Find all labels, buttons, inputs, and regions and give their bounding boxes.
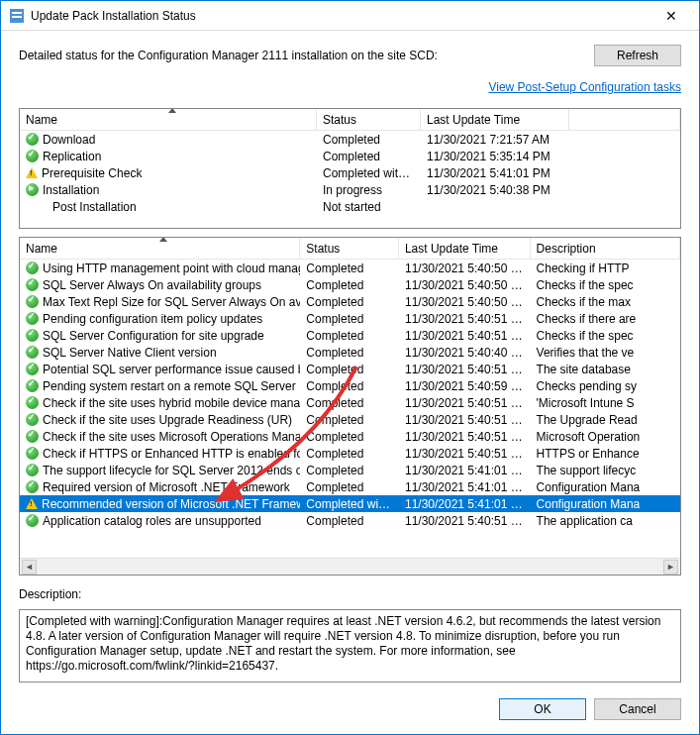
check-icon <box>26 150 39 162</box>
detail-row: Detailed status for the Configuration Ma… <box>19 45 681 66</box>
phase-status: Completed with ... <box>317 166 421 180</box>
check-desc: Verifies that the ve <box>531 346 680 360</box>
chevron-up-icon <box>168 108 176 113</box>
window-title: Update Pack Installation Status <box>31 9 651 23</box>
check-desc: 'Microsoft Intune S <box>531 396 680 410</box>
check-icon <box>26 430 39 443</box>
check-desc: Checks if the spec <box>531 329 680 343</box>
check-name: Check if the site uses Upgrade Readiness… <box>43 413 292 427</box>
warning-icon <box>26 498 38 509</box>
table-row[interactable]: ReplicationCompleted11/30/2021 5:35:14 P… <box>20 148 680 164</box>
check-time: 11/30/2021 5:40:51 PM <box>399 430 531 444</box>
table-row[interactable]: SQL Server Native Client versionComplete… <box>20 344 680 361</box>
check-icon <box>26 379 39 392</box>
check-icon <box>26 278 39 291</box>
phase-status: Not started <box>317 200 421 214</box>
phases-body[interactable]: DownloadCompleted11/30/2021 7:21:57 AMRe… <box>20 131 680 215</box>
table-row[interactable]: Post InstallationNot started <box>20 198 680 215</box>
progress-icon <box>26 183 39 196</box>
scroll-left-icon[interactable]: ◄ <box>22 560 37 575</box>
table-row[interactable]: Using HTTP management point with cloud m… <box>20 260 680 276</box>
col-time[interactable]: Last Update Time <box>399 238 531 259</box>
col-name[interactable]: Name <box>20 109 317 130</box>
chevron-up-icon <box>159 237 167 242</box>
refresh-button[interactable]: Refresh <box>594 45 681 66</box>
check-status: Completed <box>300 464 399 477</box>
table-row[interactable]: Application catalog roles are unsupporte… <box>20 512 680 529</box>
check-time: 11/30/2021 5:41:01 PM <box>399 497 531 511</box>
check-icon <box>26 312 39 325</box>
table-row[interactable]: SQL Server Configuration for site upgrad… <box>20 327 680 344</box>
cancel-button[interactable]: Cancel <box>594 698 681 720</box>
check-status: Completed <box>300 413 399 427</box>
check-time: 11/30/2021 5:41:01 PM <box>399 464 531 477</box>
check-status: Completed <box>300 278 399 292</box>
table-row[interactable]: Pending system restart on a remote SQL S… <box>20 377 680 394</box>
check-desc: HTTPS or Enhance <box>531 447 680 461</box>
col-time[interactable]: Last Update Time <box>421 109 569 130</box>
col-desc[interactable]: Description <box>531 238 680 259</box>
table-row[interactable]: Check if the site uses Upgrade Readiness… <box>20 411 680 428</box>
checks-header[interactable]: Name Status Last Update Time Description <box>20 238 680 260</box>
table-row[interactable]: Pending configuration item policy update… <box>20 310 680 327</box>
check-name: Pending configuration item policy update… <box>43 312 262 326</box>
check-icon <box>26 447 39 460</box>
check-time: 11/30/2021 5:41:01 PM <box>399 480 531 494</box>
check-name: SQL Server Native Client version <box>43 346 217 360</box>
check-icon <box>26 396 39 409</box>
check-time: 11/30/2021 5:40:51 PM <box>399 363 531 376</box>
table-row[interactable]: DownloadCompleted11/30/2021 7:21:57 AM <box>20 131 680 148</box>
svg-rect-1 <box>12 12 22 14</box>
phases-header[interactable]: Name Status Last Update Time <box>20 109 680 131</box>
table-row[interactable]: The support lifecycle for SQL Server 201… <box>20 462 680 478</box>
check-icon <box>26 262 39 274</box>
check-desc: The application ca <box>531 514 680 528</box>
table-row[interactable]: Check if the site uses Microsoft Operati… <box>20 428 680 445</box>
check-icon <box>26 363 39 375</box>
checks-body[interactable]: Using HTTP management point with cloud m… <box>20 260 680 558</box>
table-row[interactable]: Prerequisite CheckCompleted with ...11/3… <box>20 164 680 181</box>
phases-grid[interactable]: Name Status Last Update Time DownloadCom… <box>19 108 681 229</box>
check-status: Completed <box>300 447 399 461</box>
check-name: SQL Server Configuration for site upgrad… <box>43 329 264 343</box>
check-status: Completed <box>300 329 399 343</box>
phase-name: Replication <box>43 150 101 163</box>
table-row[interactable]: Required version of Microsoft .NET Frame… <box>20 478 680 495</box>
table-row[interactable]: SQL Server Always On availability groups… <box>20 276 680 293</box>
dialog-content: Detailed status for the Configuration Ma… <box>1 31 699 734</box>
checks-grid[interactable]: Name Status Last Update Time Description… <box>19 237 681 576</box>
check-status: Completed <box>300 295 399 309</box>
col-status[interactable]: Status <box>317 109 421 130</box>
phase-status: Completed <box>317 133 421 147</box>
svg-rect-2 <box>12 16 22 18</box>
table-row[interactable]: Check if the site uses hybrid mobile dev… <box>20 394 680 411</box>
col-name[interactable]: Name <box>20 238 300 259</box>
check-name: Recommended version of Microsoft .NET Fr… <box>42 497 300 511</box>
table-row[interactable]: Recommended version of Microsoft .NET Fr… <box>20 495 680 512</box>
horizontal-scrollbar[interactable]: ◄ ► <box>20 558 680 575</box>
table-row[interactable]: Check if HTTPS or Enhanced HTTP is enabl… <box>20 445 680 462</box>
check-name: Potential SQL server performance issue c… <box>43 363 300 376</box>
check-name: Required version of Microsoft .NET Frame… <box>43 480 290 494</box>
phase-name: Installation <box>43 183 99 197</box>
check-desc: Checking if HTTP <box>531 262 680 275</box>
scroll-right-icon[interactable]: ► <box>663 560 678 575</box>
table-row[interactable]: InstallationIn progress11/30/2021 5:40:3… <box>20 181 680 198</box>
check-icon <box>26 480 39 493</box>
check-status: Completed <box>300 480 399 494</box>
post-setup-link[interactable]: View Post-Setup Configuration tasks <box>488 80 681 94</box>
check-time: 11/30/2021 5:40:51 PM <box>399 312 531 326</box>
check-status: Completed <box>300 514 399 528</box>
check-time: 11/30/2021 5:40:51 PM <box>399 514 531 528</box>
table-row[interactable]: Potential SQL server performance issue c… <box>20 361 680 377</box>
titlebar: Update Pack Installation Status ✕ <box>1 1 699 31</box>
close-button[interactable]: ✕ <box>651 2 691 30</box>
ok-button[interactable]: OK <box>499 698 586 720</box>
check-name: Check if the site uses Microsoft Operati… <box>43 430 300 444</box>
table-row[interactable]: Max Text Repl Size for SQL Server Always… <box>20 293 680 310</box>
description-box[interactable]: [Completed with warning]:Configuration M… <box>19 609 681 682</box>
dialog-window: Update Pack Installation Status ✕ Detail… <box>0 0 700 735</box>
col-status[interactable]: Status <box>300 238 399 259</box>
check-name: Check if the site uses hybrid mobile dev… <box>43 396 300 410</box>
check-desc: The site database <box>531 363 680 376</box>
